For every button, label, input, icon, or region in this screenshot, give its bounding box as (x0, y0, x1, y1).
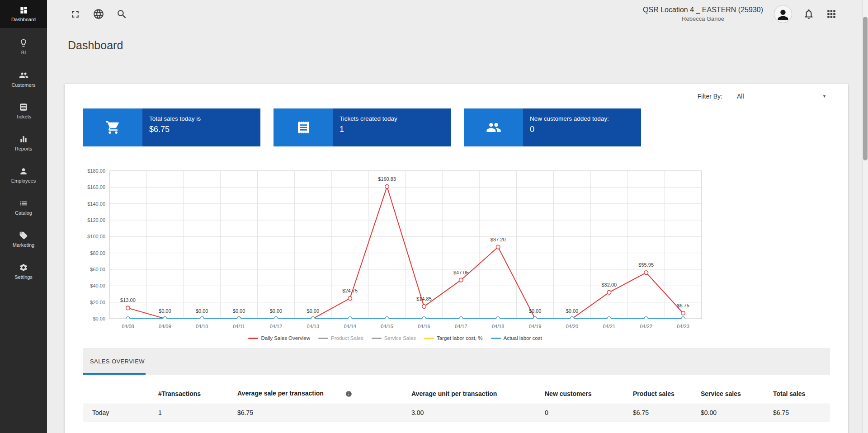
svg-text:$0.00: $0.00 (307, 308, 320, 314)
search-icon[interactable] (116, 9, 127, 20)
legend-item-product-sales[interactable]: Product Sales (318, 335, 363, 341)
receipt-icon (274, 108, 333, 146)
col-avg-sale-label: Average sale per transaction (237, 390, 324, 397)
col-service-sales: Service sales (692, 384, 764, 404)
svg-text:$0.00: $0.00 (93, 316, 105, 321)
legend-label: Product Sales (331, 335, 363, 341)
legend-label: Service Sales (384, 335, 416, 341)
table-header-row: #Transactions Average sale per transacti… (83, 384, 830, 404)
row-label: Today (83, 404, 149, 422)
daily-sales-chart: $0.00$20.00$40.00$60.00$80.00$100.00$120… (83, 166, 707, 341)
people-icon (19, 71, 28, 80)
kpi-value: 1 (340, 125, 451, 134)
legend-swatch (372, 338, 382, 339)
svg-text:$160.83: $160.83 (378, 176, 396, 182)
user-name: Rebecca Ganoe (643, 15, 763, 22)
avatar[interactable] (774, 5, 792, 23)
svg-text:$80.00: $80.00 (90, 250, 105, 256)
person-icon (19, 167, 28, 176)
svg-text:04/19: 04/19 (529, 324, 542, 329)
sidebar-item-catalog[interactable]: Catalog (0, 191, 47, 223)
tag-icon (19, 231, 28, 240)
bell-icon[interactable] (803, 8, 815, 20)
sidebar-item-customers[interactable]: Customers (0, 63, 47, 95)
topbar: QSR Location 4 _ EASTERN (25930) Rebecca… (47, 0, 868, 28)
svg-text:$13.00: $13.00 (120, 297, 136, 303)
cell-product-sales: $6.75 (624, 404, 692, 422)
sidebar-item-bi[interactable]: BI (0, 31, 47, 63)
sidebar-item-label: Settings (14, 274, 33, 280)
cell-total-sales: $6.75 (764, 404, 830, 422)
svg-text:04/09: 04/09 (159, 324, 171, 329)
svg-text:$160.00: $160.00 (87, 184, 105, 190)
sales-overview-table: #Transactions Average sale per transacti… (83, 384, 830, 433)
svg-text:$6.75: $6.75 (677, 303, 689, 308)
main-area: QSR Location 4 _ EASTERN (25930) Rebecca… (47, 0, 868, 433)
svg-text:$0.00: $0.00 (270, 308, 283, 314)
filter-select-value: All (737, 93, 744, 100)
legend-swatch (491, 338, 501, 339)
location-name: QSR Location 4 _ EASTERN (25930) (643, 6, 763, 14)
tab-label: SALES OVERVIEW (90, 358, 145, 365)
svg-text:04/14: 04/14 (344, 324, 356, 329)
col-avg-unit: Average unit per transaction (402, 384, 536, 404)
page-title: Dashboard (68, 39, 868, 52)
svg-text:$55.95: $55.95 (638, 262, 654, 268)
sidebar-item-tickets[interactable]: Tickets (0, 95, 47, 127)
receipt-icon (19, 103, 28, 112)
svg-text:$120.00: $120.00 (87, 217, 105, 223)
sidebar-item-employees[interactable]: Employees (0, 159, 47, 191)
kpi-new-customers: New customers added today: 0 (464, 108, 641, 146)
gear-icon (19, 263, 28, 272)
svg-text:04/16: 04/16 (418, 324, 430, 329)
svg-text:04/21: 04/21 (603, 324, 616, 329)
svg-text:$32.00: $32.00 (601, 282, 617, 287)
sidebar: Dashboard BI Customers Tickets Reports E… (0, 0, 47, 433)
legend-label: Daily Sales Overview (261, 335, 310, 341)
info-icon[interactable] (345, 391, 352, 397)
kpi-value: 0 (530, 125, 641, 134)
svg-text:04/12: 04/12 (270, 324, 283, 329)
kpi-row: Total sales today is $6.75 Tickets creat… (83, 108, 830, 146)
filter-by-label: Filter By: (698, 93, 722, 100)
svg-text:04/20: 04/20 (566, 324, 579, 329)
svg-text:04/11: 04/11 (233, 324, 245, 329)
col-row-label (83, 384, 149, 404)
sidebar-item-label: Catalog (15, 210, 32, 216)
lightbulb-icon (19, 38, 28, 47)
legend-item-service-sales[interactable]: Service Sales (372, 335, 416, 341)
legend-item-daily-sales-overview[interactable]: Daily Sales Overview (248, 335, 310, 341)
scrollbar-thumb[interactable] (863, 17, 868, 160)
globe-icon[interactable] (93, 8, 104, 20)
legend-item-target-labor-cost-[interactable]: Target labor cost, % (424, 335, 483, 341)
sidebar-item-settings[interactable]: Settings (0, 255, 47, 287)
fullscreen-icon[interactable] (70, 9, 81, 20)
sidebar-item-marketing[interactable]: Marketing (0, 223, 47, 255)
sidebar-item-dashboard[interactable]: Dashboard (0, 0, 47, 28)
table-row-today: Today 1 $6.75 3.00 0 $6.75 $0.00 $6.75 (83, 404, 830, 422)
svg-text:$20.00: $20.00 (90, 300, 105, 305)
kpi-label: New customers added today: (530, 115, 641, 122)
kpi-label: Tickets created today (340, 115, 451, 122)
svg-text:$40.00: $40.00 (90, 283, 105, 288)
legend-swatch (318, 338, 328, 339)
svg-text:$14.85: $14.85 (416, 296, 432, 301)
filter-select[interactable]: All ▼ (732, 91, 830, 102)
legend-item-actual-labor-cost[interactable]: Actual labor cost (491, 335, 542, 341)
svg-text:04/23: 04/23 (677, 324, 689, 329)
kpi-tickets-created: Tickets created today 1 (274, 108, 451, 146)
apps-grid-icon[interactable] (826, 8, 837, 20)
cell-avg-unit: 3.00 (402, 404, 536, 422)
cell-new-customers: 0 (536, 404, 624, 422)
kpi-label: Total sales today is (149, 115, 260, 122)
sidebar-item-reports[interactable]: Reports (0, 127, 47, 159)
list-icon (19, 199, 28, 208)
svg-text:04/17: 04/17 (455, 324, 467, 329)
tab-sales-overview[interactable]: SALES OVERVIEW (83, 348, 146, 375)
filter-row: Filter By: All ▼ (83, 89, 830, 103)
cell-service-sales: $0.00 (692, 404, 764, 422)
svg-text:04/10: 04/10 (196, 324, 208, 329)
legend-swatch (248, 338, 258, 339)
svg-text:04/13: 04/13 (307, 324, 320, 329)
svg-text:$100.00: $100.00 (87, 234, 105, 239)
